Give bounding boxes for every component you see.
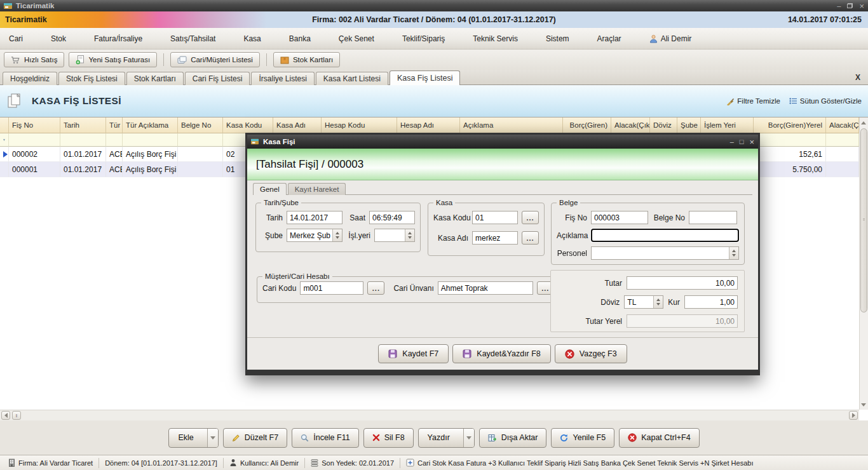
add-button[interactable]: Ekle: [168, 428, 218, 448]
scroll-down-button[interactable]: [860, 400, 867, 409]
personel-input[interactable]: [591, 246, 739, 260]
menu-stok[interactable]: Stok: [51, 34, 66, 43]
new-sales-invoice-button[interactable]: Yeni Satış Faturası: [69, 52, 157, 67]
vertical-scroll-thumb[interactable]: [860, 128, 867, 312]
close-icon[interactable]: ×: [859, 2, 864, 10]
menu-cari[interactable]: Cari: [9, 34, 23, 43]
customer-list-button[interactable]: Cari/Müşteri Listesi: [170, 52, 260, 67]
fis-no-input[interactable]: [591, 211, 648, 224]
menu-cek-senet[interactable]: Çek Senet: [339, 34, 374, 43]
tarih-input[interactable]: [287, 211, 342, 224]
column-header-kasa-adi[interactable]: Kasa Adı: [273, 117, 322, 133]
minimize-icon[interactable]: –: [837, 3, 841, 10]
tutar-input[interactable]: [627, 276, 738, 290]
menu-banka[interactable]: Banka: [289, 34, 311, 43]
tab-kasa-kart-listesi[interactable]: Kasa Kart Listesi: [316, 72, 388, 85]
spinner-arrows[interactable]: [405, 229, 414, 241]
islyeri-spinner[interactable]: [374, 229, 415, 242]
filter-cell[interactable]: [754, 133, 826, 147]
kasa-adi-input[interactable]: [472, 231, 518, 245]
vertical-scrollbar[interactable]: [859, 117, 868, 410]
tab-stok-kartlari[interactable]: Stok Kartları: [126, 72, 184, 85]
tab-stok-fis-listesi[interactable]: Stok Fiş Listesi: [58, 72, 125, 85]
column-header-hesap-adi[interactable]: Hesap Adı: [397, 117, 460, 133]
menu-teklif-siparis[interactable]: Teklif/Sipariş: [402, 34, 445, 43]
personel-spinner[interactable]: [591, 246, 739, 260]
scroll-up-button[interactable]: [860, 118, 867, 127]
inspect-button[interactable]: İncele F11: [292, 428, 358, 448]
close-tab-button[interactable]: Kapat Ctrl+F4: [619, 428, 699, 448]
dialog-close-icon[interactable]: ×: [749, 137, 754, 147]
filter-cell[interactable]: [9, 133, 60, 147]
save-print-button[interactable]: Kaydet&Yazdır F8: [452, 344, 551, 363]
menu-fatura-irsaliye[interactable]: Fatura/İrsaliye: [94, 34, 142, 43]
spinner-arrows[interactable]: [332, 229, 342, 241]
tab-irsaliye-listesi[interactable]: İrsaliye Listesi: [251, 72, 314, 85]
kasa-kodu-input[interactable]: [472, 211, 518, 224]
cancel-button[interactable]: Vazgeç F3: [555, 344, 627, 363]
cari-unvani-input[interactable]: [438, 281, 533, 295]
sube-spinner[interactable]: [287, 229, 342, 242]
tab-hosgeldiniz[interactable]: Hoşgeldiniz: [3, 72, 57, 85]
menu-teknik-servis[interactable]: Teknik Servis: [473, 34, 518, 43]
tab-cari-fis-listesi[interactable]: Cari Fiş Listesi: [185, 72, 250, 85]
cari-kodu-browse-button[interactable]: ...: [367, 281, 384, 295]
spinner-arrows[interactable]: [729, 247, 738, 259]
filter-funnel-icon[interactable]: [0, 133, 9, 147]
filter-cell[interactable]: [106, 133, 123, 147]
horizontal-scrollbar[interactable]: ‖: [0, 410, 859, 420]
column-header-selector[interactable]: [0, 117, 9, 133]
tab-close-button[interactable]: X: [850, 73, 865, 82]
refresh-button[interactable]: Yenile F5: [551, 428, 614, 448]
column-header-doviz[interactable]: Döviz: [650, 117, 677, 133]
kur-input[interactable]: [684, 295, 738, 309]
menu-araclar[interactable]: Araçlar: [597, 34, 621, 43]
column-header-tarih[interactable]: Tarih: [60, 117, 106, 133]
save-button[interactable]: Kaydet F7: [378, 344, 449, 363]
column-header-borc-giren-yerel[interactable]: Borç(Giren)Yerel: [754, 117, 826, 133]
column-header-borc-giren[interactable]: Borç(Giren): [563, 117, 611, 133]
belge-no-input[interactable]: [689, 211, 737, 224]
export-button[interactable]: Dışa Aktar: [479, 428, 547, 448]
scroll-left-button[interactable]: [1, 411, 10, 420]
column-header-alacak-yerel[interactable]: Alacak(Ç: [826, 117, 859, 133]
tab-kasa-fis-listesi[interactable]: Kasa Fiş Listesi: [390, 70, 461, 85]
saat-input[interactable]: [369, 211, 415, 224]
dialog-tab-kayit-hareket[interactable]: Kayıt Hareket: [288, 183, 346, 195]
quick-sale-button[interactable]: Hızlı Satış: [4, 52, 64, 67]
column-header-belge-no[interactable]: Belge No: [178, 117, 223, 133]
column-header-aciklama[interactable]: Açıklama: [460, 117, 563, 133]
filter-cell[interactable]: [178, 133, 223, 147]
column-header-sube[interactable]: Şube: [677, 117, 701, 133]
edit-button[interactable]: Düzelt F7: [223, 428, 288, 448]
dialog-minimize-icon[interactable]: –: [730, 138, 734, 145]
doviz-spinner[interactable]: [624, 295, 663, 309]
menu-satis-tahsilat[interactable]: Satış/Tahsilat: [170, 34, 215, 43]
filter-cell[interactable]: [60, 133, 106, 147]
kasa-adi-browse-button[interactable]: ...: [522, 231, 539, 245]
print-dropdown-arrow[interactable]: [463, 429, 474, 447]
kasa-kodu-browse-button[interactable]: ...: [522, 211, 539, 224]
column-header-islem-yeri[interactable]: İşlem Yeri: [701, 117, 754, 133]
column-header-tur[interactable]: Tür: [106, 117, 123, 133]
aciklama-input[interactable]: [591, 229, 739, 242]
column-header-kasa-kodu[interactable]: Kasa Kodu: [223, 117, 273, 133]
menu-kasa[interactable]: Kasa: [243, 34, 261, 43]
cari-kodu-input[interactable]: [300, 281, 363, 295]
scroll-right-button[interactable]: [849, 411, 858, 420]
column-header-alacak-cikan[interactable]: Alacak(Çıkan): [611, 117, 650, 133]
delete-button[interactable]: Sil F8: [363, 428, 414, 448]
restore-icon[interactable]: [847, 3, 853, 8]
menu-sistem[interactable]: Sistem: [546, 34, 569, 43]
horizontal-scroll-thumb[interactable]: ‖: [12, 411, 21, 420]
menu-user[interactable]: Ali Demir: [649, 34, 692, 43]
add-dropdown-arrow[interactable]: [207, 429, 218, 447]
column-header-tur-aciklama[interactable]: Tür Açıklama: [123, 117, 178, 133]
filter-clear-button[interactable]: Filtre Temizle: [726, 97, 780, 105]
column-toggle-button[interactable]: Sütun Göster/Gizle: [789, 97, 862, 105]
dialog-tab-genel[interactable]: Genel: [253, 183, 287, 195]
column-header-fis-no[interactable]: Fiş No: [9, 117, 60, 133]
print-button[interactable]: Yazdır: [418, 428, 475, 448]
dialog-maximize-icon[interactable]: □: [740, 138, 744, 145]
filter-cell[interactable]: [123, 133, 178, 147]
